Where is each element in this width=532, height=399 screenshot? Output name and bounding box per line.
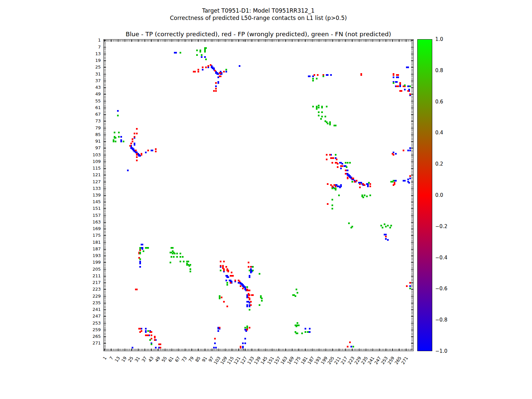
x-major-tick (185, 40, 185, 42)
contact-point-fp (215, 88, 217, 89)
contact-point-tp (142, 244, 143, 245)
x-major-tick (165, 348, 165, 351)
contact-point-fn (332, 199, 333, 200)
contact-point-tp (395, 153, 397, 155)
contact-point-fp (160, 347, 161, 348)
x-tick-label: 25 (127, 355, 135, 363)
contact-point-fp (141, 330, 142, 332)
contact-point-tp (327, 74, 329, 76)
contact-point-fp (227, 271, 229, 272)
y-major-tick (411, 283, 413, 283)
contact-point-tp (217, 82, 219, 84)
contact-point-fn (139, 258, 141, 260)
x-major-tick (104, 348, 105, 351)
y-tick-label: 97 (83, 146, 101, 150)
contact-point-fn (219, 298, 220, 299)
contact-point-tp (242, 342, 244, 344)
contact-point-fn (190, 271, 191, 272)
contact-point-fp (136, 154, 138, 156)
contact-point-fn (335, 189, 336, 191)
x-major-tick (305, 348, 306, 351)
x-major-tick (292, 40, 292, 42)
y-tick-label: 115 (83, 166, 101, 171)
y-tick-label: 127 (83, 180, 101, 184)
contact-point-fp (250, 301, 252, 303)
y-major-tick (104, 47, 106, 48)
contact-point-fn (296, 326, 297, 327)
contact-point-fp (332, 162, 333, 164)
contact-point-fp (347, 346, 348, 347)
x-tick-label: 163 (280, 355, 288, 365)
y-major-tick (411, 336, 413, 337)
y-major-tick (411, 296, 413, 297)
contact-point-fn (171, 256, 172, 258)
contact-point-fp (223, 301, 225, 303)
x-tick-label: 157 (273, 355, 282, 365)
contact-point-fn (384, 223, 385, 225)
contact-point-fn (346, 166, 347, 168)
contact-point-fp (317, 74, 319, 76)
contact-point-fp (223, 261, 225, 262)
x-major-tick (312, 348, 313, 351)
contact-point-fn (352, 346, 354, 347)
contact-point-fn (345, 162, 346, 164)
contact-point-fn (190, 268, 191, 270)
contact-point-fn (220, 270, 221, 271)
y-major-tick (104, 168, 106, 169)
x-tick-label: 109 (219, 355, 228, 365)
contact-point-fp (139, 328, 141, 330)
y-tick-label: 265 (83, 334, 101, 339)
y-major-tick (104, 40, 106, 41)
y-major-tick (411, 40, 413, 41)
x-major-tick (198, 40, 199, 42)
contact-point-fp (356, 180, 357, 182)
contact-point-tp (309, 328, 311, 330)
colorbar-tick-label: 0.8 (435, 67, 443, 73)
y-tick-label: 187 (83, 247, 101, 251)
contact-point-fp (151, 334, 152, 336)
contact-point-fn (390, 225, 392, 226)
contact-point-fp (147, 150, 149, 151)
x-major-tick (326, 348, 326, 351)
contact-point-fn (312, 80, 314, 81)
x-tick-label: 181 (300, 355, 309, 365)
y-major-tick (411, 114, 413, 115)
x-major-tick (212, 40, 212, 42)
contact-point-fp (336, 159, 337, 160)
x-major-tick (198, 348, 199, 351)
y-major-tick (411, 323, 413, 324)
y-tick-label: 19 (83, 58, 101, 63)
contact-point-fp (214, 338, 216, 339)
x-tick-label: 127 (239, 355, 248, 365)
y-major-tick (411, 67, 413, 67)
y-major-tick (104, 94, 106, 94)
colorbar-tick-label: 1.0 (435, 36, 443, 42)
contact-point-tp (175, 52, 177, 54)
x-major-tick (312, 40, 313, 42)
x-tick-label: 151 (266, 355, 275, 365)
y-tick-label: 13 (83, 52, 101, 56)
contact-point-tp (227, 276, 229, 278)
contact-point-tp (139, 263, 141, 264)
x-tick-label: 121 (233, 355, 241, 365)
y-tick-label: 259 (83, 328, 101, 332)
contact-point-fn (259, 304, 260, 306)
contact-point-fn (201, 54, 202, 56)
y-major-tick (104, 316, 106, 317)
contact-point-fn (172, 247, 174, 249)
contact-point-fp (397, 85, 399, 87)
contact-point-fp (347, 178, 348, 179)
y-major-tick (411, 235, 413, 236)
x-major-tick (111, 40, 111, 42)
contact-point-fn (347, 162, 348, 164)
x-tick-label: 217 (340, 355, 348, 365)
contact-point-fn (180, 256, 181, 258)
contact-point-tp (152, 150, 153, 151)
axes-title: Blue - TP (correctly predicted), red - F… (126, 31, 391, 38)
contact-point-fn (176, 253, 178, 254)
x-major-tick (326, 40, 326, 42)
colorbar-tick-label: 0.0 (435, 192, 443, 198)
x-major-tick (118, 348, 118, 351)
contact-point-fn (261, 298, 263, 299)
contact-point-fn (366, 196, 368, 197)
